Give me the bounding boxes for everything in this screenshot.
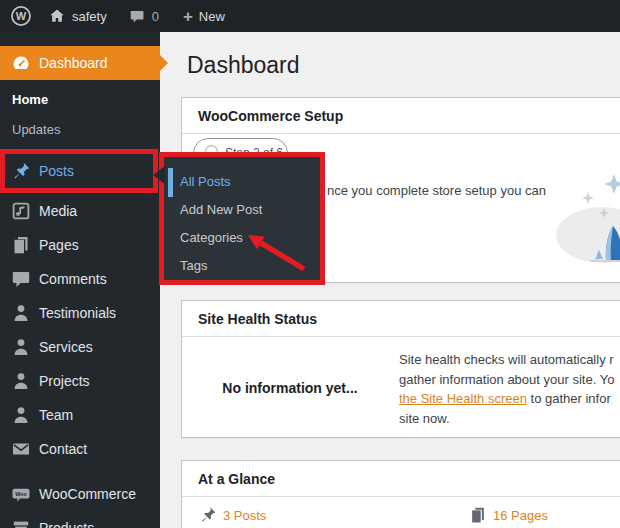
posts-count-link[interactable]: 3 Posts: [223, 508, 266, 523]
description-line: site now.: [399, 409, 614, 429]
sidebar-item-pages[interactable]: Pages: [0, 228, 160, 262]
person-icon: [11, 371, 31, 391]
site-health-description: Site health checks will automatically r …: [399, 350, 614, 428]
submenu-item-all-posts[interactable]: All Posts: [180, 167, 231, 195]
sidebar-item-label: Home: [12, 92, 48, 107]
sidebar-item-label: WooCommerce: [39, 486, 136, 502]
new-label: New: [199, 9, 225, 24]
submenu-item-categories[interactable]: Categories: [180, 223, 243, 251]
sidebar-item-label: Contact: [39, 441, 87, 457]
glance-posts: 3 Posts: [199, 506, 266, 524]
sidebar-item-testimonials[interactable]: Testimonials: [0, 296, 160, 330]
products-box-icon: [11, 518, 31, 528]
glance-pages: 16 Pages: [469, 506, 548, 524]
person-icon: [11, 337, 31, 357]
posts-flyout-submenu: All Posts Add New Post Categories Tags: [164, 157, 320, 280]
sidebar-item-comments[interactable]: Comments: [0, 262, 160, 296]
sidebar-item-contact[interactable]: Contact: [0, 432, 160, 466]
sidebar-item-label: Pages: [39, 237, 79, 253]
submenu-item-tags[interactable]: Tags: [180, 251, 207, 279]
admin-bar: W safety 0 + New: [0, 0, 620, 32]
site-name-menu[interactable]: safety: [42, 0, 117, 32]
flyout-pointer-notch: [153, 166, 165, 184]
admin-sidebar: Dashboard Home Updates Posts Media Pages: [0, 32, 160, 528]
comments-icon: [11, 269, 31, 289]
sidebar-item-label: Comments: [39, 271, 107, 287]
sidebar-item-label: Team: [39, 407, 73, 423]
sidebar-item-label: Projects: [39, 373, 90, 389]
site-health-widget: Site Health Status No information yet...…: [181, 300, 620, 438]
sidebar-item-updates[interactable]: Updates: [0, 116, 160, 142]
site-health-screen-link[interactable]: the Site Health screen: [399, 391, 527, 406]
dashboard-gauge-icon: [11, 53, 31, 73]
sidebar-item-products[interactable]: Products: [0, 511, 160, 528]
sidebar-item-posts[interactable]: Posts: [0, 154, 160, 188]
sidebar-item-label: Dashboard: [39, 55, 108, 71]
pages-icon: [11, 235, 31, 255]
wordpress-logo-menu[interactable]: W: [0, 0, 42, 32]
new-content-menu[interactable]: + New: [169, 0, 235, 32]
comments-menu[interactable]: 0: [117, 0, 169, 32]
pages-icon: [469, 506, 487, 524]
comment-bubble-icon: [129, 8, 146, 25]
sidebar-item-projects[interactable]: Projects: [0, 364, 160, 398]
comment-count: 0: [152, 9, 159, 24]
sidebar-item-team[interactable]: Team: [0, 398, 160, 432]
svg-text:Woo: Woo: [15, 491, 27, 497]
submenu-item-add-new-post[interactable]: Add New Post: [180, 195, 262, 223]
widget-title: At a Glance: [198, 471, 275, 487]
person-icon: [11, 405, 31, 425]
description-line: the Site Health screen to gather infor: [399, 389, 614, 409]
description-line: gather information about your site. Yo: [399, 370, 614, 390]
description-line-rest: to gather infor: [527, 391, 611, 406]
wordpress-admin: W safety 0 + New Dashboard: [0, 0, 620, 528]
widget-title: Site Health Status: [198, 311, 317, 327]
pushpin-icon: [11, 161, 31, 181]
rocket-illustration: [546, 166, 620, 278]
sidebar-item-label: Products: [39, 520, 94, 528]
sidebar-item-label: Media: [39, 203, 77, 219]
sidebar-item-media[interactable]: Media: [0, 194, 160, 228]
sidebar-item-dashboard[interactable]: Dashboard: [0, 46, 160, 80]
person-icon: [11, 303, 31, 323]
widget-header: At a Glance: [182, 461, 620, 497]
active-item-indicator: [168, 168, 173, 197]
sidebar-item-home[interactable]: Home: [0, 86, 160, 112]
widget-header: WooCommerce Setup: [182, 98, 620, 134]
svg-text:W: W: [16, 10, 27, 22]
page-title: Dashboard: [187, 52, 300, 79]
media-icon: [11, 201, 31, 221]
woocommerce-icon: Woo: [11, 484, 31, 504]
widget-header: Site Health Status: [182, 301, 620, 337]
widget-title: WooCommerce Setup: [198, 108, 343, 124]
sidebar-item-label: Testimonials: [39, 305, 116, 321]
home-icon: [48, 7, 66, 25]
at-a-glance-widget: At a Glance 3 Posts 16 Pages: [181, 460, 620, 528]
envelope-icon: [11, 439, 31, 459]
pages-count-link[interactable]: 16 Pages: [493, 508, 548, 523]
sidebar-item-label: Posts: [39, 163, 74, 179]
plus-icon: +: [183, 8, 193, 25]
sidebar-item-woocommerce[interactable]: Woo WooCommerce: [0, 477, 160, 511]
sidebar-item-label: Services: [39, 339, 93, 355]
site-health-status-label: No information yet...: [190, 338, 390, 438]
wordpress-logo-icon: W: [10, 5, 32, 27]
setup-description-fragment: nce you complete store setup you can: [327, 183, 546, 198]
sidebar-item-label: Updates: [12, 122, 60, 137]
sidebar-item-services[interactable]: Services: [0, 330, 160, 364]
site-name: safety: [72, 9, 107, 24]
pushpin-icon: [199, 506, 217, 524]
description-line: Site health checks will automatically r: [399, 350, 614, 370]
